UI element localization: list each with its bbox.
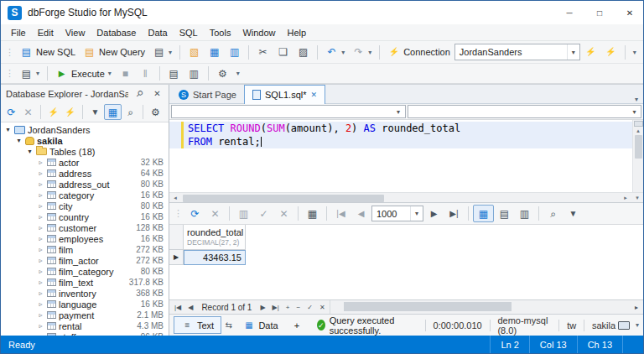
tree-table-address[interactable]: ▹address64 KB [1, 168, 169, 179]
prev-page-button[interactable]: ◀ [351, 205, 371, 222]
refresh-button[interactable]: ⟳ [3, 104, 19, 120]
editor-database-combo[interactable]: ▾ [408, 105, 642, 118]
copy-button[interactable]: ❏ [273, 44, 293, 61]
grid-cell-value[interactable]: 43463.15 [184, 250, 246, 265]
expand-icon[interactable]: ▹ [37, 311, 44, 319]
expand-icon[interactable]: ▹ [37, 268, 44, 275]
tree-table-address_out[interactable]: ▹address_out80 KB [1, 179, 169, 190]
tree-table-customer[interactable]: ▹customer128 KB [1, 222, 169, 233]
apply-changes-button[interactable]: ✓ [254, 205, 273, 222]
last-page-button[interactable]: ▶| [444, 205, 464, 222]
scroll-right-icon[interactable]: ▸ [632, 304, 641, 311]
chevron-down-icon[interactable]: ▾ [636, 321, 639, 329]
tab-close-icon[interactable]: ✕ [311, 91, 318, 99]
expand-icon[interactable]: ▹ [37, 169, 44, 177]
refresh-results-button[interactable]: ⟳ [185, 205, 205, 222]
expand-icon[interactable]: ▹ [37, 180, 44, 188]
expand-icon[interactable]: ▹ [37, 224, 44, 232]
results-grid[interactable]: rounded_total DECIMAL(27, 2) ▶ 43463.15 [169, 225, 643, 299]
tree-table-actor[interactable]: ▹actor32 KB [1, 157, 169, 168]
minimize-button[interactable]: ─ [564, 8, 574, 18]
first-record-button[interactable]: |◀ [172, 304, 184, 311]
next-page-button[interactable]: ▶ [424, 205, 444, 222]
expand-icon[interactable]: ▹ [37, 235, 44, 242]
open-file-button[interactable]: ▧ [184, 44, 204, 61]
grid-view-button[interactable]: ▦ [473, 205, 494, 222]
menu-tools[interactable]: Tools [204, 26, 237, 39]
close-button[interactable]: ✕ [625, 8, 635, 18]
expand-icon[interactable]: ▹ [37, 257, 44, 264]
fetch-size-combo[interactable]: 1000 ▾ [371, 206, 423, 221]
tree-table-country[interactable]: ▹country16 KB [1, 211, 169, 222]
result-tab-text[interactable]: ≡ Text [174, 316, 221, 334]
scroll-up-icon[interactable]: ▴ [636, 128, 640, 134]
pin-icon[interactable]: ⚲ [131, 85, 148, 102]
tree-table-category[interactable]: ▹category16 KB [1, 190, 169, 200]
tree-table-inventory[interactable]: ▹inventory368 KB [1, 288, 169, 299]
scrollbar-thumb[interactable] [183, 195, 384, 202]
tree-node-database[interactable]: ▾ sakila [1, 135, 169, 146]
collapse-icon[interactable]: ▾ [26, 148, 34, 155]
toolbar-overflow-button[interactable]: ▾ [630, 44, 640, 61]
query-profiler-button[interactable]: ▥ [184, 65, 204, 82]
options-button[interactable]: ⚙ [213, 65, 232, 82]
redo-button[interactable]: ↷ ▾ [349, 44, 375, 61]
grid-row-selector[interactable]: ▶ [169, 250, 184, 265]
stop-refresh-button[interactable]: ✕ [20, 104, 36, 120]
new-document-dropdown[interactable]: ▤ ▾ [149, 44, 175, 61]
disconnect-button[interactable]: ⚡ [601, 44, 621, 61]
save-all-button[interactable]: ▥ [225, 44, 244, 61]
grid-column-header[interactable]: rounded_total DECIMAL(27, 2) [184, 225, 246, 250]
first-page-button[interactable]: |◀ [331, 205, 351, 222]
swap-views-icon[interactable]: ⇆ [224, 319, 233, 331]
explorer-settings-button[interactable]: ⚙ [148, 104, 164, 120]
form-view-button[interactable]: ▥ [515, 205, 534, 222]
tab-start-page[interactable]: S Start Page [171, 86, 244, 103]
cancel-edit-button[interactable]: ✕ [317, 304, 328, 311]
tree-table-film[interactable]: ▹film272 KB [1, 244, 169, 255]
tree-node-tables[interactable]: ▾ Tables (18) [1, 146, 169, 157]
chevron-down-icon[interactable]: ▾ [392, 106, 405, 117]
expand-icon[interactable]: ▹ [37, 246, 44, 253]
menu-sql[interactable]: SQL [174, 26, 204, 39]
expand-icon[interactable]: ▹ [37, 191, 44, 199]
chevron-down-icon[interactable]: ▾ [628, 106, 641, 117]
expand-icon[interactable]: ▹ [37, 300, 44, 308]
scroll-menu-chevron-icon[interactable]: ▾ [631, 195, 643, 201]
chevron-down-icon[interactable]: ▾ [410, 206, 423, 221]
filter-results-button[interactable]: ▼ [564, 205, 583, 222]
menu-window[interactable]: Window [236, 26, 281, 39]
cancel-changes-button[interactable]: ✕ [274, 205, 293, 222]
tree-table-language[interactable]: ▹language16 KB [1, 299, 169, 310]
sql-document-dropdown[interactable]: ▤ ▾ [17, 65, 43, 82]
add-result-tab-button[interactable]: + [288, 319, 306, 332]
connection-combo[interactable]: JordanSanders ▾ [454, 44, 580, 60]
close-panel-icon[interactable]: ✕ [151, 87, 164, 100]
menu-edit[interactable]: Edit [32, 26, 60, 39]
layout-monitor-icon[interactable] [618, 321, 630, 330]
last-record-button[interactable]: ▶| [270, 304, 282, 311]
tree-table-employees[interactable]: ▹employees16 KB [1, 233, 169, 244]
find-button[interactable]: ⌕ [543, 205, 563, 222]
expand-icon[interactable]: ▹ [37, 289, 44, 297]
grid-corner-cell[interactable] [169, 225, 184, 250]
stop-button[interactable]: ■ [116, 65, 135, 82]
tree-table-city[interactable]: ▹city80 KB [1, 200, 169, 211]
connect-button[interactable]: ⚡ [581, 44, 600, 61]
scroll-left-icon[interactable]: ◂ [169, 195, 181, 201]
menu-database[interactable]: Database [91, 26, 142, 39]
end-edit-button[interactable]: ✓ [304, 304, 315, 311]
tree-table-rental[interactable]: ▹rental4.3 MB [1, 320, 169, 331]
menu-file[interactable]: File [5, 26, 32, 39]
new-query-button[interactable]: ▤ New Query [80, 44, 148, 61]
editor-code[interactable]: SELECT ROUND(SUM(amount), 2) AS rounded_… [169, 120, 632, 192]
append-record-button[interactable]: + [283, 304, 293, 311]
disconnect-db-button[interactable]: ⚡ [62, 104, 78, 120]
cut-button[interactable]: ✂ [253, 44, 273, 61]
scrollbar-thumb[interactable] [635, 135, 642, 159]
toolbar-grip-icon[interactable]: ⋮ [3, 68, 16, 79]
toolbar-overflow-button[interactable]: ▾ [233, 65, 243, 82]
scrollbar-track[interactable] [181, 193, 620, 202]
explain-plan-button[interactable]: ▤ [164, 65, 184, 82]
result-tab-data[interactable]: ▦ Data [236, 317, 284, 333]
